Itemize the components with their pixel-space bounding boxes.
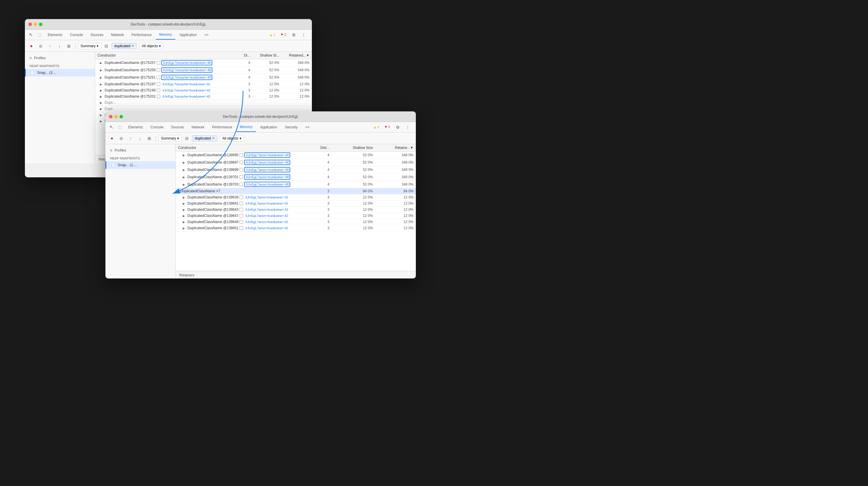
expand-arrow[interactable]: ▶	[183, 227, 186, 230]
filter-icon-2[interactable]: ⊟	[183, 134, 191, 142]
table-row[interactable]: ▶ DuplicatedClassName @175197 XJrrEgL?no…	[95, 81, 312, 87]
tab-performance-2[interactable]: Performance	[209, 122, 236, 132]
expand-arrow[interactable]: ▶	[100, 68, 103, 72]
table-container-2[interactable]: Constructor Dist... Shallow Size Retaine…	[176, 144, 416, 271]
table-row[interactable]: ▼ DuplicatedClassName ×7 3 84 0% 84 0%	[176, 188, 416, 194]
tab-memory-2[interactable]: Memory	[236, 122, 256, 132]
col-constructor-2[interactable]: Constructor	[176, 144, 308, 151]
filter-tag-remove-2[interactable]: ✕	[212, 136, 215, 140]
table-row[interactable]: ▶ DuplicatedClassName @175201 XJrrEgL?no…	[95, 93, 312, 100]
source-link[interactable]: XJrrEgL?nocache=true&view=:48	[161, 60, 212, 65]
inspector-icon-1[interactable]: ⬚	[35, 31, 43, 39]
expand-arrow[interactable]: ▶	[183, 183, 186, 186]
table-row[interactable]: ▶ DuplicatedClassName @139703 XJrrEgL?an…	[176, 181, 416, 188]
source-link[interactable]: XJrrEgL?nocache=true&view=:42	[161, 94, 211, 98]
upload-icon-2[interactable]: ↑	[126, 134, 135, 142]
expand-arrow[interactable]: ▶	[100, 120, 103, 123]
expand-arrow[interactable]: ▶	[100, 101, 103, 104]
expand-arrow[interactable]: ▶	[183, 221, 186, 224]
source-link[interactable]: XJrrEgL?anon=true&view=:48	[244, 167, 290, 172]
expand-arrow[interactable]: ▶	[183, 161, 186, 164]
table-row[interactable]: ▶ DuplicatedClassName @175259 XJrrEgL?no…	[95, 66, 312, 74]
stop-icon-1[interactable]: ⊘	[37, 42, 45, 50]
minimize-button-1[interactable]	[34, 23, 37, 26]
col-retained-2[interactable]: Retaine...▼	[375, 144, 416, 151]
expand-arrow[interactable]: ▼	[176, 189, 179, 193]
tab-console-2[interactable]: Console	[147, 122, 167, 132]
source-link[interactable]: XJrrEgL?anon=true&view=:42	[244, 226, 289, 230]
col-dist-1[interactable]: Di...	[239, 52, 252, 59]
expand-arrow[interactable]: ▶	[183, 202, 186, 205]
source-link[interactable]: XJrrEgL?nocache=true&view=:48	[161, 67, 212, 73]
expand-arrow[interactable]: ▶	[100, 107, 103, 111]
inspector-icon-2[interactable]: ⬚	[116, 123, 124, 131]
all-objects-dropdown-2[interactable]: All objects ▾	[220, 135, 244, 142]
snapshot-item-1[interactable]: 📄 Snap... (3....	[25, 69, 95, 77]
tab-network-1[interactable]: Network	[107, 30, 127, 39]
table-row[interactable]: ▶ DuplicatedClassName @175261 XJrrEgL?no…	[95, 74, 312, 81]
record-icon-2[interactable]: ●	[108, 134, 116, 142]
snapshot-item-2[interactable]: 📄 Snap... (1....	[105, 161, 176, 169]
expand-arrow[interactable]: ▶	[183, 196, 186, 199]
table-row[interactable]: ▶ Dupli...	[95, 106, 312, 112]
summary-dropdown-2[interactable]: Summary ▾	[158, 135, 182, 142]
table-row[interactable]: ▶ DuplicatedClassName @139639 XJrrEgL?an…	[176, 194, 416, 200]
expand-arrow[interactable]: ▶	[183, 176, 186, 179]
expand-arrow[interactable]: ▶	[183, 208, 186, 211]
tab-sources-1[interactable]: Sources	[87, 30, 107, 39]
table-row[interactable]: ▶ DuplicatedClassName @139695 XJrrEgL?an…	[176, 151, 416, 159]
settings-icon-2[interactable]: ⚙	[394, 123, 402, 131]
table-row[interactable]: ▶ DuplicatedClassName @139697 XJrrEgL?an…	[176, 159, 416, 166]
filter-icon-1[interactable]: ⊟	[102, 42, 111, 50]
source-link[interactable]: XJrrEgL?nocache=true&view=:42	[161, 82, 211, 86]
table-row[interactable]: ▶ DuplicatedClassName @139699 XJrrEgL?an…	[176, 166, 416, 174]
source-link[interactable]: XJrrEgL?anon=true&view=:48	[244, 174, 290, 180]
tab-application-2[interactable]: Application	[256, 122, 281, 132]
expand-arrow[interactable]: ▶	[100, 89, 103, 92]
source-link[interactable]: XJrrEgL?anon=true&view=:42	[244, 207, 289, 212]
close-button-1[interactable]	[28, 23, 32, 26]
expand-arrow[interactable]: ▶	[100, 61, 103, 64]
tab-memory-1[interactable]: Memory	[156, 30, 176, 39]
expand-arrow[interactable]: ▶	[183, 153, 186, 157]
source-link[interactable]: XJrrEgL?anon=true&view=:42	[244, 220, 289, 224]
expand-arrow[interactable]: ▶	[183, 214, 186, 218]
source-link[interactable]: XJrrEgL?anon=true&view=:42	[244, 214, 289, 218]
tab-application-1[interactable]: Application	[176, 30, 200, 39]
cursor-icon-2[interactable]: ↖	[107, 123, 115, 131]
table-row[interactable]: ▶ DuplicatedClassName @139647 XJrrEgL?an…	[176, 213, 416, 219]
settings-icon-1[interactable]: ⚙	[290, 31, 298, 39]
upload-icon-1[interactable]: ↑	[46, 42, 54, 50]
source-link[interactable]: XJrrEgL?nocache=true&view=:48	[161, 75, 212, 80]
record-icon-1[interactable]: ●	[27, 42, 35, 50]
col-constructor-1[interactable]: Constructor	[95, 52, 239, 59]
source-link[interactable]: XJrrEgL?anon=true&view=:42	[244, 195, 289, 199]
stop-icon-2[interactable]: ⊘	[117, 134, 125, 142]
table-row[interactable]: ▶ DuplicatedClassName @139701 XJrrEgL?an…	[176, 174, 416, 181]
close-button-2[interactable]	[109, 115, 113, 118]
expand-arrow[interactable]: ▶	[183, 168, 186, 171]
cursor-icon-1[interactable]: ↖	[27, 31, 35, 39]
tab-network-2[interactable]: Network	[188, 122, 208, 132]
table-row[interactable]: ▶ DuplicatedClassName @139651 XJrrEgL?an…	[176, 225, 416, 231]
sidebar-profiles-2[interactable]: ≡ Profiles	[105, 147, 176, 154]
tab-elements-1[interactable]: Elements	[44, 30, 66, 39]
tab-elements-2[interactable]: Elements	[125, 122, 147, 132]
grid-icon-2[interactable]: ⊞	[145, 134, 153, 142]
col-retained-1[interactable]: Retained...▼	[281, 52, 312, 59]
tab-more-2[interactable]: >>	[302, 122, 313, 132]
grid-icon-1[interactable]: ⊞	[65, 42, 73, 50]
source-link[interactable]: XJrrEgL?nocache=true&view=:42	[161, 88, 211, 92]
table-row[interactable]: ▶ DuplicatedClassName @139643 XJrrEgL?an…	[176, 207, 416, 213]
expand-arrow[interactable]: ▶	[100, 113, 103, 117]
expand-arrow[interactable]: ▶	[100, 83, 103, 86]
tab-performance-1[interactable]: Performance	[128, 30, 155, 39]
tab-console-1[interactable]: Console	[66, 30, 86, 39]
source-link[interactable]: XJrrEgL?anon=true&view=:48	[244, 152, 290, 158]
more-icon-1[interactable]: ⋮	[300, 31, 308, 39]
maximize-button-2[interactable]	[120, 115, 123, 118]
expand-arrow[interactable]: ▶	[100, 76, 103, 79]
tab-more-1[interactable]: >>	[201, 30, 212, 39]
table-row[interactable]: ▶ DuplicatedClassName @139649 XJrrEgL?an…	[176, 219, 416, 225]
tab-sources-2[interactable]: Sources	[167, 122, 187, 132]
